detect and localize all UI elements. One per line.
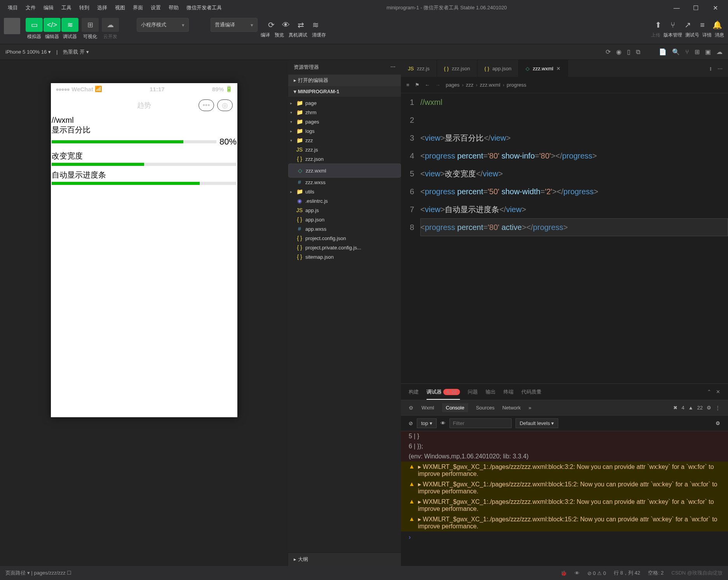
version-button[interactable]: ⑂: [666, 18, 679, 32]
console-output[interactable]: 5 | } 6 | });(env: Windows,mp,1.06.24010…: [401, 431, 728, 566]
menu-视图[interactable]: 视图: [111, 5, 129, 10]
indent[interactable]: 空格: 2: [648, 570, 664, 577]
tree-zzz[interactable]: ▾📁zzz: [288, 136, 401, 145]
refresh-icon[interactable]: ⟳: [606, 48, 611, 56]
devtab-sources[interactable]: Sources: [476, 405, 495, 411]
files-icon[interactable]: 📄: [659, 48, 667, 56]
mode-select[interactable]: 小程序模式▾: [137, 18, 189, 32]
remote-debug-button[interactable]: ⇄: [294, 18, 307, 32]
console-gear-icon[interactable]: ⚙: [716, 420, 720, 426]
tree-zzz.wxml[interactable]: ◇zzz.wxml: [288, 164, 401, 178]
problems-count[interactable]: ⊘ 0 ⚠ 0: [587, 570, 606, 576]
maximize-button[interactable]: ☐: [687, 4, 705, 12]
compile-button[interactable]: ⟳: [265, 18, 278, 32]
branch-icon[interactable]: ⑂: [685, 49, 689, 56]
details-button[interactable]: ≡: [696, 18, 709, 32]
eye-icon[interactable]: 👁: [441, 420, 446, 426]
tab-app.json[interactable]: { }app.json: [477, 60, 519, 77]
devtab-console[interactable]: Console: [442, 403, 468, 412]
ptab-终端[interactable]: 终端: [503, 388, 514, 395]
tree-zzz.json[interactable]: { }zzz.json: [288, 154, 401, 164]
tree-app.wxss[interactable]: #app.wxss: [288, 224, 401, 233]
code-editor[interactable]: 12345678 //wxml<view>显示百分比</view><progre…: [401, 93, 728, 383]
stop-icon[interactable]: ◉: [616, 48, 622, 56]
open-editors-section[interactable]: ▸ 打开的编辑器: [288, 75, 401, 86]
explorer-more-icon[interactable]: ⋯: [390, 64, 395, 71]
tree-pages[interactable]: ▾📁pages: [288, 117, 401, 126]
tree-zhrm[interactable]: ▾📁zhrm: [288, 108, 401, 117]
panel-close-icon[interactable]: ✕: [716, 389, 720, 395]
menu-界面[interactable]: 界面: [129, 5, 147, 10]
gear-icon[interactable]: ⚙: [707, 405, 711, 411]
box-icon[interactable]: ▣: [705, 48, 711, 56]
outline-section[interactable]: ▸ 大纲: [288, 552, 401, 566]
upload-button[interactable]: ⬆: [651, 18, 665, 32]
ptab-输出[interactable]: 输出: [486, 388, 496, 395]
close-button[interactable]: ✕: [706, 4, 724, 12]
split-icon[interactable]: ⧉: [636, 49, 640, 56]
preview-button[interactable]: 👁: [279, 18, 293, 32]
breadcrumb[interactable]: pages›zzz›zzz.wxml›progress: [446, 82, 526, 88]
more-icon[interactable]: ⋮: [715, 405, 720, 411]
eye2-icon[interactable]: 👁: [575, 570, 580, 576]
tree-sitemap.json[interactable]: { }sitemap.json: [288, 252, 401, 261]
clear-cache-button[interactable]: ≋: [309, 18, 322, 32]
minimize-button[interactable]: —: [668, 5, 686, 12]
tab-zzz.js[interactable]: JSzzz.js: [401, 60, 437, 77]
visual-button[interactable]: ⊞: [82, 18, 99, 32]
avatar[interactable]: [4, 18, 20, 34]
tree-page[interactable]: ▸📁page: [288, 98, 401, 108]
tree-project.config.json[interactable]: { }project.config.json: [288, 233, 401, 243]
menu-微信开发者工具[interactable]: 微信开发者工具: [183, 5, 226, 10]
list-icon[interactable]: ≡: [406, 82, 409, 88]
tree-.eslintrc.js[interactable]: ◉.eslintrc.js: [288, 196, 401, 206]
menu-转到[interactable]: 转到: [75, 5, 93, 10]
hot-reload[interactable]: 热重载 开 ▾: [63, 49, 89, 56]
context-select[interactable]: top ▾: [417, 418, 437, 428]
tab-more-icon[interactable]: ⋯: [718, 66, 723, 71]
compile-select[interactable]: 普通编译▾: [211, 18, 258, 32]
bug-icon[interactable]: 🐞: [561, 570, 567, 576]
phone-icon[interactable]: ▯: [627, 48, 630, 56]
ptab-代码质量[interactable]: 代码质量: [521, 388, 542, 395]
split-editor-icon[interactable]: ⫿: [709, 66, 712, 71]
tree-zzz.wxss[interactable]: #zzz.wxss: [288, 178, 401, 187]
menu-工具[interactable]: 工具: [57, 5, 75, 10]
ext-icon[interactable]: ⊞: [695, 48, 700, 56]
close-icon[interactable]: ✕: [556, 66, 561, 71]
menu-文件[interactable]: 文件: [22, 5, 40, 10]
search-icon[interactable]: 🔍: [672, 48, 680, 56]
tree-zzz.js[interactable]: JSzzz.js: [288, 145, 401, 154]
clear-icon[interactable]: ⊘: [409, 420, 413, 426]
simulator-button[interactable]: ▭: [26, 18, 43, 32]
menu-选择[interactable]: 选择: [93, 5, 111, 10]
devtab-network[interactable]: Network: [502, 405, 521, 411]
panel-up-icon[interactable]: ⌃: [707, 389, 711, 395]
cursor-pos[interactable]: 行 8，列 42: [614, 570, 640, 577]
tree-app.js[interactable]: JSapp.js: [288, 206, 401, 215]
tree-logs[interactable]: ▸📁logs: [288, 126, 401, 136]
inspect-icon[interactable]: ⯐: [409, 405, 414, 411]
cloud-sync-icon[interactable]: ☁: [716, 48, 723, 56]
menu-项目[interactable]: 项目: [4, 5, 22, 10]
messages-button[interactable]: 🔔: [711, 18, 724, 32]
ptab-问题[interactable]: 问题: [468, 388, 478, 395]
back-icon[interactable]: ←: [425, 82, 430, 88]
capsule-menu[interactable]: •••: [199, 99, 214, 111]
project-section[interactable]: ▾ MINIPROGRAM-1: [288, 86, 401, 97]
ptab-构建[interactable]: 构建: [409, 388, 419, 395]
capsule-close[interactable]: ◎: [217, 99, 233, 111]
menu-帮助[interactable]: 帮助: [165, 5, 183, 10]
debugger-button[interactable]: ≋: [61, 18, 78, 32]
editor-button[interactable]: </>: [44, 18, 61, 32]
filter-input[interactable]: [449, 418, 512, 428]
menu-编辑[interactable]: 编辑: [40, 5, 57, 10]
tab-zzz.wxml[interactable]: ◇zzz.wxml✕: [519, 60, 568, 77]
testid-button[interactable]: ↗: [681, 18, 694, 32]
bookmark-icon[interactable]: ⚑: [415, 82, 420, 88]
tree-app.json[interactable]: { }app.json: [288, 215, 401, 224]
forward-icon[interactable]: →: [435, 82, 441, 88]
menu-设置[interactable]: 设置: [147, 5, 165, 10]
devtab-wxml[interactable]: Wxml: [421, 405, 434, 411]
levels-select[interactable]: Default levels ▾: [516, 418, 559, 428]
